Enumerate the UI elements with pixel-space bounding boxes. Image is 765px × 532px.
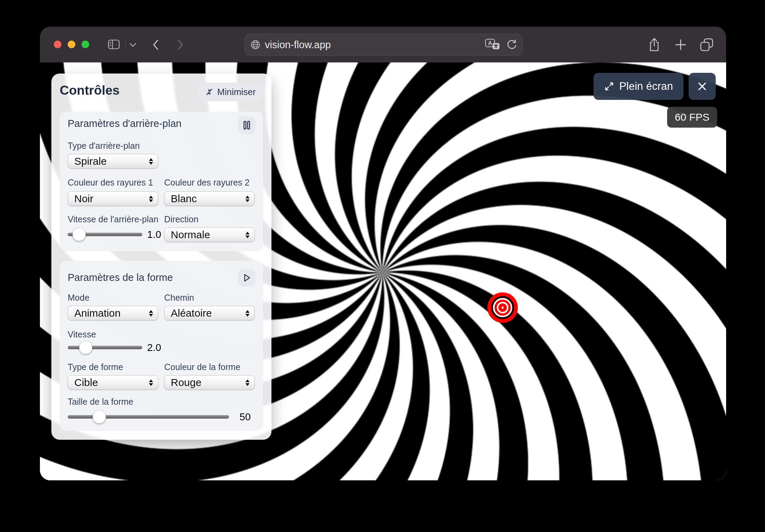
shape-size-label: Taille de la forme bbox=[68, 397, 133, 407]
share-icon[interactable] bbox=[648, 37, 661, 52]
shape-speed-value: 2.0 bbox=[147, 342, 161, 353]
target-shape[interactable] bbox=[485, 290, 520, 325]
direction-label: Direction bbox=[164, 214, 199, 224]
window-zoom-button[interactable] bbox=[82, 41, 89, 48]
collapse-icon bbox=[205, 87, 214, 96]
toolbar-divider bbox=[125, 38, 126, 51]
select-arrows-icon bbox=[149, 158, 153, 165]
chevron-down-icon[interactable] bbox=[129, 43, 136, 47]
select-arrows-icon bbox=[149, 196, 153, 202]
controls-panel: Contrôles Minimiser Paramètres d'arrière… bbox=[51, 74, 271, 440]
fullscreen-label: Plein écran bbox=[619, 80, 673, 93]
window-close-button[interactable] bbox=[54, 41, 61, 48]
background-settings-card: Paramètres d'arrière-plan Type d'arrière… bbox=[60, 112, 263, 251]
url-text[interactable]: vision-flow.app bbox=[265, 39, 485, 51]
pause-icon bbox=[242, 120, 251, 130]
select-arrows-icon bbox=[149, 310, 153, 317]
select-arrows-icon bbox=[245, 310, 250, 317]
select-arrows-icon bbox=[245, 232, 250, 238]
stripe-color2-label: Couleur des rayures 2 bbox=[164, 178, 250, 188]
path-select[interactable]: Aléatoire bbox=[164, 306, 255, 320]
mode-label: Mode bbox=[68, 293, 90, 303]
shape-speed-label: Vitesse bbox=[68, 329, 96, 340]
background-type-select[interactable]: Spirale bbox=[68, 154, 158, 169]
close-overlay-button[interactable] bbox=[689, 73, 716, 100]
background-type-label: Type d'arrière-plan bbox=[68, 141, 140, 151]
slider-track[interactable] bbox=[68, 415, 229, 419]
background-speed-label: Vitesse de l'arrière-plan bbox=[68, 214, 158, 224]
sidebar-toggle-icon[interactable] bbox=[108, 40, 120, 49]
play-icon bbox=[242, 273, 251, 283]
select-arrows-icon bbox=[245, 196, 250, 202]
window-minimize-button[interactable] bbox=[68, 41, 75, 48]
panel-title: Contrôles bbox=[60, 83, 120, 98]
shape-speed-slider[interactable] bbox=[68, 341, 142, 354]
new-tab-icon[interactable] bbox=[674, 38, 687, 51]
address-bar[interactable]: vision-flow.app A bbox=[244, 34, 523, 56]
fps-badge: 60 FPS bbox=[667, 107, 717, 128]
minimize-panel-button[interactable]: Minimiser bbox=[198, 83, 263, 101]
stripe-color1-select[interactable]: Noir bbox=[68, 191, 158, 206]
page-content: Plein écran 60 FPS Contrôles bbox=[40, 62, 726, 480]
stripe-color2-select[interactable]: Blanc bbox=[164, 191, 255, 206]
forward-button-icon[interactable] bbox=[176, 39, 184, 50]
shape-type-label: Type de forme bbox=[68, 362, 123, 372]
pause-background-button[interactable] bbox=[238, 117, 255, 134]
browser-toolbar: vision-flow.app A bbox=[40, 27, 726, 62]
slider-thumb[interactable] bbox=[93, 410, 106, 423]
globe-icon bbox=[250, 40, 261, 50]
slider-thumb[interactable] bbox=[73, 228, 86, 241]
shape-type-select[interactable]: Cible bbox=[68, 375, 158, 390]
expand-icon bbox=[604, 81, 614, 92]
tab-overview-icon[interactable] bbox=[699, 37, 714, 52]
background-section-title: Paramètres d'arrière-plan bbox=[68, 118, 182, 129]
stripe-color1-label: Couleur des rayures 1 bbox=[68, 178, 153, 188]
screen: vision-flow.app A bbox=[0, 0, 765, 532]
back-button-icon[interactable] bbox=[152, 39, 160, 50]
shape-size-slider[interactable] bbox=[68, 410, 229, 424]
close-icon bbox=[697, 81, 707, 92]
shape-section-title: Paramètres de la forme bbox=[68, 272, 173, 283]
select-arrows-icon bbox=[149, 379, 153, 386]
background-speed-value: 1.0 bbox=[147, 229, 161, 240]
select-arrows-icon bbox=[245, 379, 250, 386]
browser-window: vision-flow.app A bbox=[40, 27, 726, 480]
play-shape-button[interactable] bbox=[238, 269, 255, 286]
shape-color-select[interactable]: Rouge bbox=[164, 375, 255, 390]
shape-size-value: 50 bbox=[239, 411, 251, 423]
mode-select[interactable]: Animation bbox=[68, 306, 158, 320]
direction-select[interactable]: Normale bbox=[164, 228, 255, 242]
reload-icon[interactable] bbox=[506, 39, 517, 50]
minimize-label: Minimiser bbox=[217, 87, 256, 97]
translate-icon[interactable]: A bbox=[485, 38, 500, 51]
path-label: Chemin bbox=[164, 293, 194, 303]
svg-text:A: A bbox=[488, 40, 492, 46]
shape-color-label: Couleur de la forme bbox=[164, 362, 241, 372]
fullscreen-button[interactable]: Plein écran bbox=[594, 73, 683, 100]
shape-settings-card: Paramètres de la forme Mode Chemin Anima… bbox=[60, 261, 263, 431]
slider-thumb[interactable] bbox=[79, 341, 92, 354]
background-speed-slider[interactable] bbox=[68, 228, 142, 241]
